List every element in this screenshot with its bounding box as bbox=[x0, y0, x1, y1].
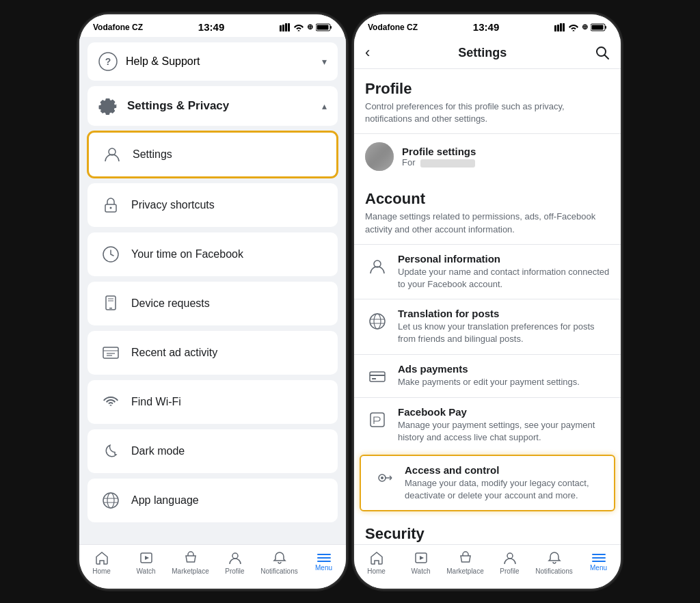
ads-menu-item[interactable]: Recent ad activity bbox=[88, 331, 338, 375]
profile-settings-item[interactable]: Profile settings For bbox=[354, 133, 621, 179]
profile-settings-sub: For bbox=[402, 157, 476, 168]
nav-menu-label-right: Menu bbox=[590, 564, 607, 572]
device-label: Device requests bbox=[131, 297, 210, 310]
ads-label: Recent ad activity bbox=[131, 347, 217, 359]
device-menu-item[interactable]: Device requests bbox=[88, 282, 338, 325]
svg-rect-34 bbox=[591, 25, 603, 29]
settings-privacy-header[interactable]: Settings & Privacy ▴ bbox=[88, 86, 338, 126]
svg-line-36 bbox=[605, 55, 609, 59]
settings-privacy-chevron-icon: ▴ bbox=[322, 100, 327, 111]
svg-rect-2 bbox=[285, 23, 287, 31]
status-bar-right: Vodafone CZ 13:49 ⊕ bbox=[354, 14, 621, 37]
left-phone-content: ? Help & Support ▾ bbox=[79, 37, 346, 544]
translation-desc: Let us know your translation preferences… bbox=[398, 321, 610, 345]
search-button[interactable] bbox=[595, 45, 610, 60]
profile-avatar bbox=[365, 142, 394, 171]
svg-rect-42 bbox=[370, 372, 385, 381]
nav-home-left[interactable]: Home bbox=[79, 550, 124, 575]
personal-info-desc: Update your name and contact information… bbox=[398, 266, 610, 291]
profile-settings-title: Profile settings bbox=[402, 146, 476, 157]
status-icons-right: ⊕ bbox=[554, 23, 607, 31]
time-menu-item[interactable]: Your time on Facebook bbox=[88, 232, 338, 276]
privacy-menu-item[interactable]: Privacy shortcuts bbox=[88, 183, 338, 227]
nav-marketplace-right[interactable]: Marketplace bbox=[443, 550, 487, 575]
help-support-label: Help & Support bbox=[126, 55, 200, 68]
nav-menu-label-left: Menu bbox=[315, 564, 332, 572]
time-label: Your time on Facebook bbox=[131, 248, 243, 260]
nav-profile-left[interactable]: Profile bbox=[213, 550, 257, 575]
privacy-label: Privacy shortcuts bbox=[131, 199, 215, 211]
language-menu-item[interactable]: App language bbox=[88, 479, 338, 522]
watch-icon-right bbox=[414, 550, 429, 565]
security-section: Security bbox=[354, 514, 621, 543]
nav-notifications-label-right: Notifications bbox=[535, 567, 572, 575]
nav-watch-right[interactable]: Watch bbox=[399, 550, 443, 575]
fb-pay-desc: Manage your payment settings, see your p… bbox=[398, 419, 610, 444]
nav-menu-right[interactable]: Menu bbox=[576, 554, 621, 572]
svg-rect-28 bbox=[554, 25, 556, 31]
nav-home-label-left: Home bbox=[92, 567, 111, 575]
help-chevron-icon: ▾ bbox=[322, 56, 327, 67]
access-control-item[interactable]: Access and control Manage your data, mod… bbox=[360, 455, 615, 511]
personal-info-item[interactable]: Personal information Update your name an… bbox=[354, 244, 621, 299]
nav-notifications-right[interactable]: Notifications bbox=[532, 550, 576, 575]
nav-watch-left[interactable]: Watch bbox=[124, 550, 168, 575]
right-phone: Vodafone CZ 13:49 ⊕ ‹ Settings Profile C… bbox=[354, 14, 621, 589]
svg-point-38 bbox=[370, 314, 385, 329]
ads-payments-item[interactable]: Ads payments Make payments or edit your … bbox=[354, 354, 621, 397]
profile-section: Profile Control preferences for this pro… bbox=[354, 69, 621, 179]
person-info-icon bbox=[365, 254, 390, 279]
bottom-nav-left: Home Watch Marketplace Profile bbox=[79, 544, 346, 589]
svg-rect-5 bbox=[330, 26, 332, 29]
access-control-desc: Manage your data, modify your legacy con… bbox=[405, 477, 603, 502]
svg-point-54 bbox=[507, 553, 513, 559]
time-left: 13:49 bbox=[198, 21, 224, 33]
nav-home-right[interactable]: Home bbox=[354, 550, 399, 575]
dark-menu-item[interactable]: Dark mode bbox=[88, 429, 338, 473]
svg-rect-29 bbox=[557, 25, 559, 31]
account-section: Account Manage settings related to permi… bbox=[354, 179, 621, 511]
dark-label: Dark mode bbox=[131, 445, 185, 457]
account-section-title: Account bbox=[354, 179, 621, 211]
personal-info-title: Personal information bbox=[398, 253, 610, 265]
svg-rect-16 bbox=[109, 308, 112, 309]
svg-point-51 bbox=[381, 477, 383, 479]
wifi-icon bbox=[98, 390, 123, 414]
svg-rect-44 bbox=[372, 378, 376, 379]
nav-profile-label-right: Profile bbox=[500, 567, 519, 575]
svg-rect-3 bbox=[288, 23, 290, 31]
nav-notifications-left[interactable]: Notifications bbox=[257, 550, 301, 575]
translation-title: Translation for posts bbox=[398, 308, 610, 319]
ad-icon bbox=[98, 340, 123, 365]
fb-pay-text: Facebook Pay Manage your payment setting… bbox=[398, 406, 610, 444]
nav-menu-left[interactable]: Menu bbox=[301, 554, 346, 572]
fb-pay-item[interactable]: Facebook Pay Manage your payment setting… bbox=[354, 397, 621, 452]
svg-marker-53 bbox=[420, 556, 424, 560]
translation-item[interactable]: Translation for posts Let us know your t… bbox=[354, 299, 621, 353]
home-icon-left bbox=[94, 550, 109, 565]
ads-payments-desc: Make payments or edit your payment setti… bbox=[398, 376, 610, 388]
help-support-item[interactable]: ? Help & Support ▾ bbox=[88, 42, 338, 81]
svg-point-21 bbox=[103, 493, 118, 508]
menu-lines-icon-right bbox=[592, 554, 606, 562]
nav-profile-label-left: Profile bbox=[225, 567, 244, 575]
svg-point-22 bbox=[107, 493, 114, 508]
status-icons-left: ⊕ bbox=[280, 23, 332, 31]
left-phone: Vodafone CZ 13:49 ⊕ ? Help & Suppor bbox=[79, 14, 346, 589]
nav-profile-right[interactable]: Profile bbox=[487, 550, 532, 575]
access-control-title: Access and control bbox=[405, 464, 603, 476]
svg-point-27 bbox=[232, 553, 238, 559]
back-button[interactable]: ‹ bbox=[365, 44, 370, 62]
svg-point-11 bbox=[110, 207, 112, 209]
wifi-label: Find Wi-Fi bbox=[131, 396, 181, 408]
wifi-menu-item[interactable]: Find Wi-Fi bbox=[88, 380, 338, 424]
nav-marketplace-left[interactable]: Marketplace bbox=[168, 550, 213, 575]
watch-icon-left bbox=[139, 550, 154, 565]
nav-watch-label-left: Watch bbox=[137, 567, 156, 575]
marketplace-icon-right bbox=[458, 550, 473, 565]
settings-menu-item[interactable]: Settings bbox=[88, 131, 338, 178]
svg-rect-0 bbox=[280, 25, 282, 31]
svg-rect-30 bbox=[560, 23, 562, 31]
ads-payments-title: Ads payments bbox=[398, 363, 610, 375]
bell-icon-left bbox=[272, 550, 287, 565]
